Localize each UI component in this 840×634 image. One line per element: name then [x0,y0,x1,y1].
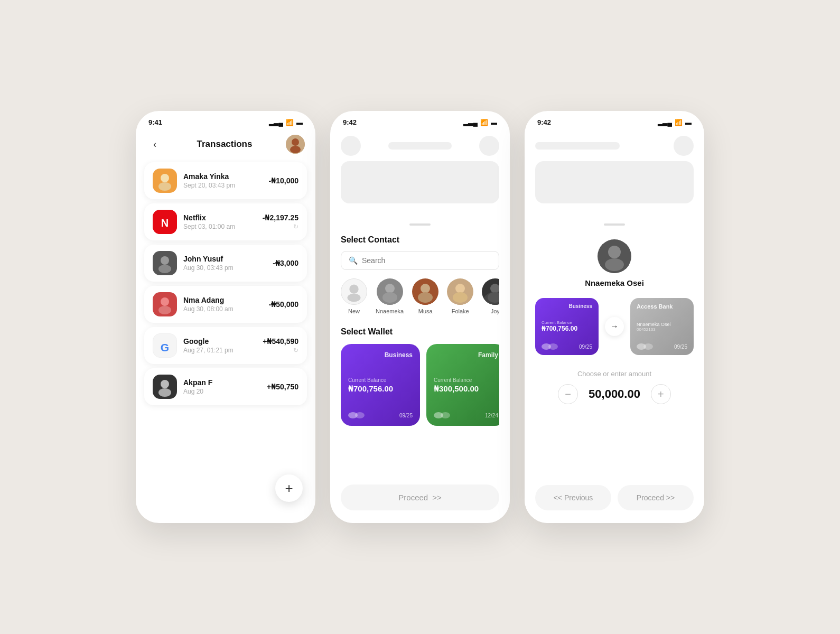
select-contact-sheet: Select Contact 🔍 New [330,215,510,523]
search-icon: 🔍 [349,256,358,265]
svg-point-9 [161,297,169,306]
tx-name-john: John Yusuf [183,255,266,263]
transaction-item-nma[interactable]: Nma Adang Aug 30, 08:00 am -₦50,000 [144,286,307,323]
phone2: 9:42 ▂▃▄ 📶 ▬ Select Contact 🔍 [330,111,510,523]
blurred-top-area-3 [525,130,704,215]
wallet-footer-family: 12/24 [434,412,498,418]
status-icons-1: ▂▃▄ 📶 ▬ [269,119,303,126]
card-chip-business [348,412,365,418]
transactions-header: ‹ Transactions [136,130,315,162]
transaction-item-akpan[interactable]: Akpan F Aug 20 +₦50,750 [144,368,307,405]
tx-info-akpan: Akpan F Aug 20 [183,378,260,395]
phone3: 9:42 ▂▃▄ 📶 ▬ [525,111,704,523]
transaction-item-google[interactable]: G Google Aug 27, 01:21 pm +₦540,590 ↻ [144,327,307,364]
proceed-arrow-2: >> [432,493,442,502]
transaction-item-netflix[interactable]: N Netflix Sept 03, 01:00 am -₦2,197.25 ↻ [144,203,307,240]
signal-icon-3: ▂▃▄ [658,119,672,126]
dest-account: 00452133 [637,327,687,332]
dest-expiry: 09/25 [674,344,687,350]
svg-point-1 [292,138,299,146]
contact-avatar-joy [482,278,499,305]
bottom-buttons: << Previous Proceed >> [535,485,694,510]
svg-point-27 [490,284,499,293]
previous-button[interactable]: << Previous [535,485,611,510]
transaction-item-amaka[interactable]: Amaka Yinka Sept 20, 03:43 pm -₦10,000 [144,162,307,199]
fab-button[interactable]: + [275,474,303,502]
wifi-icon: 📶 [286,119,294,126]
tx-info-john: John Yusuf Aug 30, 03:43 pm [183,255,266,272]
search-bar[interactable]: 🔍 [341,251,499,270]
time-1: 9:41 [148,118,162,126]
tx-amount-amaka: -₦10,000 [269,176,298,185]
recipient-name: Nnaemeka Osei [585,278,644,287]
wallet-balance-business: ₦700,756.00 [348,384,413,394]
source-bal-label: Current Balance [542,320,592,325]
refresh-icon-google: ↻ [263,347,298,354]
sheet-handle [409,223,431,226]
source-card[interactable]: Business Current Balance ₦700,756.00 09/… [535,298,599,355]
wallet-card-business[interactable]: Business Current Balance ₦700,756.00 09/… [341,344,420,426]
tx-icon-john [153,251,177,275]
source-footer: 09/25 [542,343,592,350]
source-balance: ₦700,756.00 [542,325,592,332]
user-avatar[interactable] [286,135,305,154]
wallet-balance-label-family: Current Balance [434,377,498,383]
status-bar-2: 9:42 ▂▃▄ 📶 ▬ [330,111,510,130]
increase-amount-button[interactable]: + [651,384,671,404]
tx-name-akpan: Akpan F [183,378,260,387]
recipient-section: Nnaemeka Osei [535,239,694,287]
contact-musa[interactable]: Musa [412,278,438,314]
recipient-avatar [598,239,631,273]
contact-avatar-nnaemeka [377,278,403,305]
sheet-handle-3 [604,223,625,226]
proceed-button-2[interactable]: Proceed >> [341,484,499,510]
svg-point-22 [418,292,433,303]
wallets-row: Business Current Balance ₦700,756.00 09/… [341,344,499,426]
tx-name-netflix: Netflix [183,213,256,222]
svg-point-16 [348,294,361,302]
time-3: 9:42 [537,118,551,126]
tx-name-nma: Nma Adang [183,296,263,304]
transfer-arrow: → [605,317,624,336]
transaction-item-john[interactable]: John Yusuf Aug 30, 03:43 pm -₦3,000 [144,245,307,282]
amount-value[interactable]: 50,000.00 [589,387,640,401]
proceed-button-3[interactable]: Proceed >> [618,485,694,510]
signal-icon: ▂▃▄ [269,119,283,126]
svg-point-15 [349,285,358,294]
svg-point-21 [421,284,430,293]
amount-control: − 50,000.00 + [558,384,671,404]
decrease-amount-button[interactable]: − [558,384,578,404]
status-bar-3: 9:42 ▂▃▄ 📶 ▬ [525,111,704,130]
wallet-type-family: Family [434,351,498,359]
svg-point-30 [608,246,621,258]
status-icons-3: ▂▃▄ 📶 ▬ [658,119,692,126]
contact-folake[interactable]: Folake [447,278,473,314]
svg-point-2 [290,146,301,153]
contact-name-musa: Musa [418,308,433,314]
contact-new[interactable]: New [341,278,367,314]
contact-nnaemeka[interactable]: Nnaemeka [376,278,404,314]
tx-amount-netflix: -₦2,197.25 [263,213,298,222]
amount-section: Choose or enter amount − 50,000.00 + [535,370,694,404]
dest-card[interactable]: Access Bank Nnaemeka Osei 00452133 09/25 [630,298,694,355]
dest-name: Nnaemeka Osei [637,322,687,327]
back-button[interactable]: ‹ [146,136,163,153]
contacts-row: New Nnaemeka [341,278,499,316]
svg-point-4 [158,182,171,191]
tx-name-amaka: Amaka Yinka [183,172,263,181]
card-chip-family [434,412,450,418]
search-input[interactable] [362,256,491,265]
source-card-type: Business [542,303,592,309]
source-expiry: 09/25 [579,344,592,350]
contact-name-folake: Folake [452,308,469,314]
contact-joy[interactable]: Joy [482,278,499,314]
svg-point-18 [385,284,395,293]
tx-icon-akpan [153,375,177,399]
battery-icon-3: ▬ [685,119,692,126]
transfer-detail-sheet: Nnaemeka Osei Business Current Balance ₦… [525,215,704,523]
select-contact-title: Select Contact [341,235,499,245]
contact-name-new: New [348,308,360,314]
wallet-card-family[interactable]: Family Current Balance ₦300,500.00 12/24 [426,344,499,426]
svg-text:G: G [161,341,169,353]
svg-point-31 [605,258,624,271]
